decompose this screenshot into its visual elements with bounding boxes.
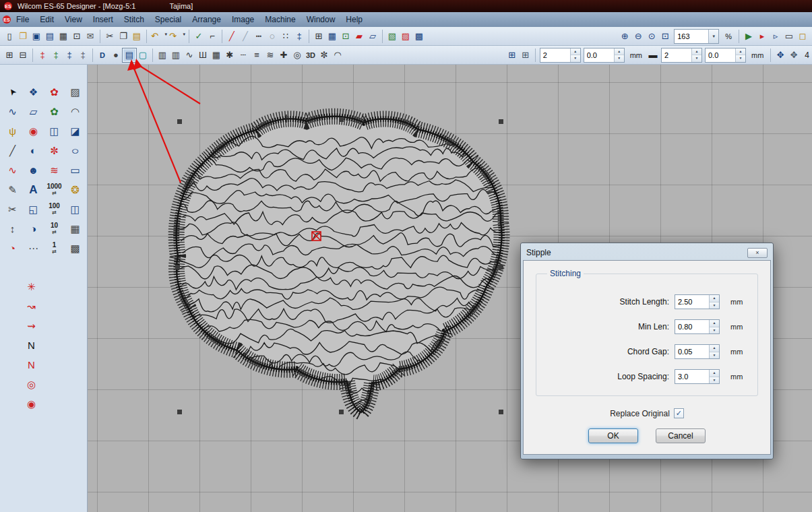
e-stitch-icon[interactable]: Ш [196,49,210,62]
flower-small-tool-icon[interactable]: ✿ [44,82,65,102]
touch-up-icon[interactable]: ⌐ [206,30,219,43]
curve-n-red-icon[interactable]: N [21,355,42,375]
needle-points-view-icon[interactable]: ∷ [279,30,292,43]
needle-green-icon[interactable]: ‡ [49,49,63,62]
reshape-tool-icon[interactable]: ❖ [23,82,44,102]
cancel-button[interactable]: Cancel [656,428,706,443]
dotted-run-tool-icon[interactable]: ⋯ [23,238,44,258]
menu-arrange[interactable]: Arrange [187,13,226,26]
trapunto-icon[interactable]: ◠ [331,49,344,62]
background-settings-icon[interactable]: ▨ [399,30,412,43]
spin-down-button[interactable]: ▼ [710,352,719,359]
sculpture-run-icon[interactable]: ✼ [317,49,331,62]
paste-icon[interactable]: ▤ [130,30,144,43]
density-1-label[interactable]: 1⇄ [44,238,65,258]
color-film-icon[interactable]: ▰ [352,30,366,43]
globe-alt-tool-icon[interactable]: ◑ [23,219,44,238]
run-contour-tool-icon[interactable]: ≋ [44,160,65,180]
zoom-out-icon[interactable]: ⊖ [631,30,645,43]
zoom-dropdown-button[interactable]: ▾ [708,30,718,43]
selection-handle[interactable] [175,265,180,269]
dialog-title-bar[interactable]: Stipple × [523,245,771,260]
menu-file[interactable]: File [11,13,34,26]
density-100-label[interactable]: 100⇄ [44,199,65,219]
offset-icon[interactable]: ▬ [646,49,660,62]
zoom-actual-icon[interactable]: ⊙ [645,30,658,43]
selection-handle[interactable] [499,410,503,414]
outline-view-icon[interactable]: ◌ [266,30,279,43]
thread-palette-icon[interactable]: ▱ [366,30,379,43]
hatch-fill-tool-icon[interactable]: ▨ [65,82,86,102]
fan-tool-icon[interactable]: ◔ [2,238,23,258]
dotted-view-icon[interactable]: ┅ [252,30,266,43]
spin-down-button[interactable]: ▼ [710,377,719,384]
spin-down-button[interactable]: ▼ [710,302,719,309]
freehand-tool-icon[interactable]: ✎ [2,180,23,199]
photo-tool-icon[interactable]: ☻ [23,160,44,180]
measure-tool-icon[interactable]: ↕ [2,219,23,238]
needle-gray-icon[interactable]: ‡ [76,49,90,62]
spin-down-button[interactable]: ▼ [692,55,701,62]
triple-run-stitch-icon[interactable]: ≡ [250,49,263,62]
new-design-icon[interactable]: ▯ [3,30,16,43]
pan-tool-icon[interactable]: ✥ [774,49,787,62]
cross-stitch-icon[interactable]: ✚ [277,49,290,62]
motif-zigzag-icon[interactable]: ✳ [21,277,42,296]
menu-help[interactable]: Help [340,13,368,26]
run-stitch-icon[interactable]: ┄ [237,49,250,62]
spin-up-button[interactable]: ▲ [615,49,624,56]
spin-up-button[interactable]: ▲ [710,370,719,377]
globe-tool-icon[interactable]: ◐ [23,141,44,160]
color-blend-tool-icon[interactable]: ◉ [23,121,44,141]
density-1000-label[interactable]: 1000⇄ [44,180,65,199]
spin-up-button[interactable]: ▲ [736,49,745,56]
close-icon[interactable]: × [747,248,768,258]
print-color-icon[interactable]: ▶ [742,30,755,43]
ellipse-tool-icon[interactable]: ○ [61,141,90,160]
hoop-toggle-icon[interactable]: ◻ [796,30,809,43]
knife-tool-icon[interactable]: ╱ [2,141,23,160]
grid-toggle-icon[interactable]: ⊞ [312,30,325,43]
menu-stitch[interactable]: Stitch [119,13,150,26]
zoom-box-icon[interactable]: ✥ [787,49,801,62]
zigzag-stitch-icon[interactable]: ∿ [183,49,196,62]
stitch-player-icon[interactable]: ▹ [769,30,782,43]
zoom-in-icon[interactable]: ⊕ [618,30,631,43]
snap-grid-icon[interactable]: ⊞ [3,49,16,62]
scissors-tool-icon[interactable]: ✂ [2,199,23,219]
back-stitch-icon[interactable]: ≋ [263,49,277,62]
polygon-tool-icon[interactable]: ▱ [23,102,44,121]
menu-window[interactable]: Window [301,13,341,26]
menu-special[interactable]: Special [150,13,187,26]
menu-image[interactable]: Image [226,13,259,26]
export-email-icon[interactable]: ✉ [84,30,97,43]
chord-gap-input[interactable] [675,345,709,358]
satin-stitch-icon[interactable]: ▥ [156,49,169,62]
redo-icon[interactable]: ↷▾ [168,30,186,43]
monogram-tool-icon[interactable]: ◫ [44,121,65,141]
save-as-icon[interactable]: ▤ [43,30,57,43]
offset-a-input[interactable] [584,49,614,62]
overview-window-icon[interactable]: ⊡ [339,30,352,43]
stipple-outline-icon[interactable]: ▢ [136,49,150,62]
send-to-machine-icon[interactable]: ▸ [755,30,769,43]
print-icon[interactable]: ▦ [57,30,70,43]
rectangle-tool-icon[interactable]: ▭ [65,160,86,180]
digitize-run-icon[interactable]: D [96,49,109,62]
menu-view[interactable]: View [59,13,88,26]
ok-button[interactable]: OK [588,428,638,443]
density-10-label[interactable]: 10⇄ [44,219,65,238]
print-preview-icon[interactable]: ⊡ [70,30,84,43]
tatami-stitch-icon[interactable]: ▦ [210,49,223,62]
arc-tool-icon[interactable]: ◠ [65,102,86,121]
menu-edit[interactable]: Edit [34,13,59,26]
needle-blue-icon[interactable]: ‡ [63,49,76,62]
spin-down-button[interactable]: ▼ [710,327,719,334]
spin-up-button[interactable]: ▲ [710,320,719,327]
selection-handle[interactable] [177,410,182,414]
filled-circle-icon[interactable]: ● [109,49,123,62]
spin-up-button[interactable]: ▲ [692,49,701,56]
auto-digitize-icon[interactable]: ✓ [192,30,206,43]
copy-icon[interactable]: ❐ [117,30,130,43]
target-motif-icon[interactable]: ◎ [21,375,42,394]
